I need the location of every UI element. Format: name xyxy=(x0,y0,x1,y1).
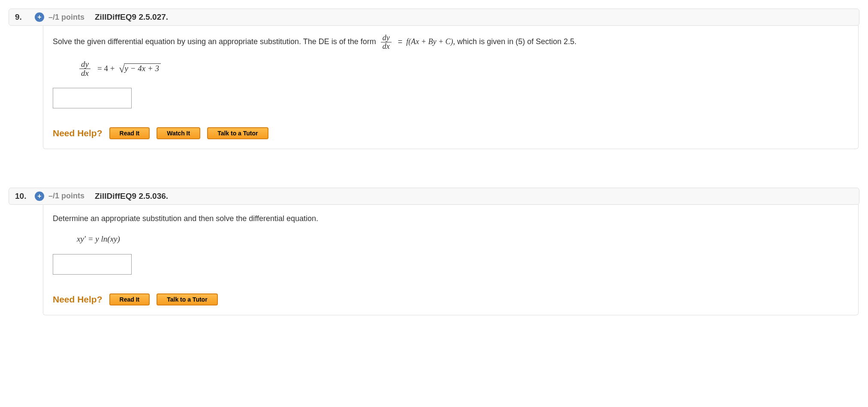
question-header: 10. + –/1 points ZillDiffEQ9 2.5.036. xyxy=(9,188,859,205)
question-number: 9. xyxy=(15,12,29,22)
problem-text: Determine an appropriate substitution an… xyxy=(53,213,849,225)
problem-text: Solve the given differential equation by… xyxy=(53,34,849,51)
points-label: –/1 points xyxy=(48,192,84,201)
answer-input[interactable] xyxy=(53,254,132,275)
watch-it-button[interactable]: Watch It xyxy=(157,127,200,139)
question-body: Determine an appropriate substitution an… xyxy=(43,204,859,315)
need-help-label: Need Help? xyxy=(53,128,102,138)
equals-sign: = xyxy=(398,37,405,46)
equation: xy′ = y ln(xy) xyxy=(77,234,849,244)
question-block: 10. + –/1 points ZillDiffEQ9 2.5.036. De… xyxy=(9,188,859,315)
talk-to-tutor-button[interactable]: Talk to a Tutor xyxy=(207,127,268,139)
problem-suffix: which is given in (5) of Section 2.5. xyxy=(457,37,576,46)
expand-icon[interactable]: + xyxy=(35,12,44,22)
read-it-button[interactable]: Read It xyxy=(109,127,150,139)
answer-input[interactable] xyxy=(53,88,132,108)
question-body: Solve the given differential equation by… xyxy=(43,25,859,149)
question-block: 9. + –/1 points ZillDiffEQ9 2.5.027. Sol… xyxy=(9,9,859,149)
assignment-label: ZillDiffEQ9 2.5.027. xyxy=(95,12,168,22)
equation-text: xy′ = y ln(xy) xyxy=(77,234,120,244)
assignment-label: ZillDiffEQ9 2.5.036. xyxy=(95,192,168,201)
talk-to-tutor-button[interactable]: Talk to a Tutor xyxy=(157,293,217,305)
expand-icon[interactable]: + xyxy=(35,192,44,201)
question-number: 10. xyxy=(15,192,29,201)
points-label: –/1 points xyxy=(48,13,84,22)
derivative-fraction: dy dx xyxy=(381,34,392,51)
read-it-button[interactable]: Read It xyxy=(109,293,150,305)
help-row: Need Help? Read It Watch It Talk to a Tu… xyxy=(53,127,849,139)
need-help-label: Need Help? xyxy=(53,294,102,305)
equation-rhs-before: = 4 + xyxy=(97,64,115,73)
function-expression: f(Ax + By + C), xyxy=(406,37,455,46)
equation: dy dx = 4 + √ y − 4x + 3 xyxy=(77,60,849,78)
question-header: 9. + –/1 points ZillDiffEQ9 2.5.027. xyxy=(9,9,859,26)
equation-lhs: dy dx xyxy=(79,60,90,78)
problem-prefix: Solve the given differential equation by… xyxy=(53,37,378,46)
help-row: Need Help? Read It Talk to a Tutor xyxy=(53,293,849,305)
square-root: √ y − 4x + 3 xyxy=(119,63,161,74)
